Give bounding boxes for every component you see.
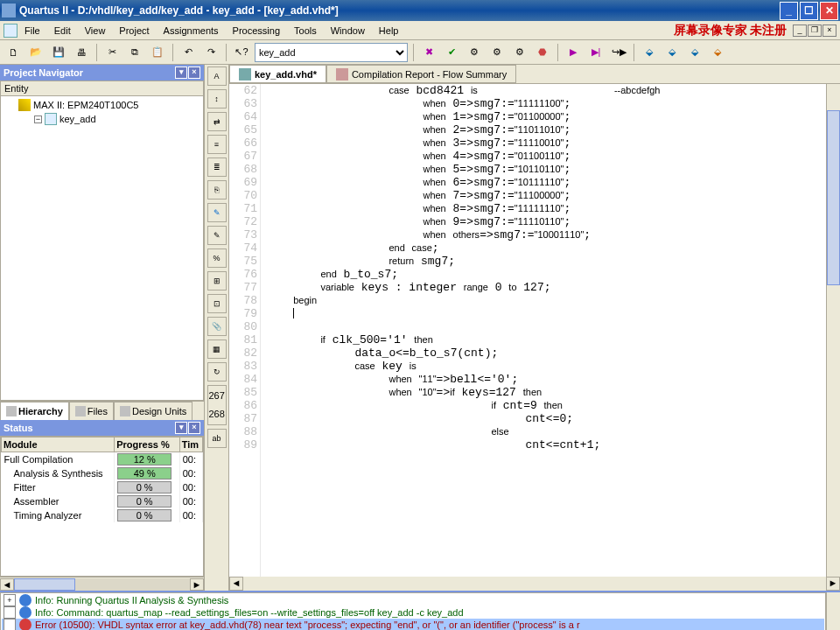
vtool-icon[interactable]: ⎘ xyxy=(207,180,227,200)
report-icon xyxy=(336,68,348,80)
cut-icon[interactable]: ✂ xyxy=(102,43,122,62)
gear2-icon[interactable]: ⚙ xyxy=(487,43,507,62)
gear1-icon[interactable]: ⚙ xyxy=(465,43,484,62)
vtool-icon[interactable]: ⊡ xyxy=(207,294,227,313)
editor-toolbar-vertical: A ↕ ⇄ ≡ ≣ ⎘ ✎ ✎ % ⊞ ⊡ 📎 ▦ ↻ 267268 ab xyxy=(205,65,229,591)
message-list[interactable]: +Info: Running Quartus II Analysis & Syn… xyxy=(0,592,826,630)
menu-edit[interactable]: Edit xyxy=(47,24,78,38)
chip3-icon[interactable]: ⬙ xyxy=(685,43,704,62)
x-tool-icon[interactable]: ✖ xyxy=(419,43,438,62)
vtool-icon[interactable]: ↻ xyxy=(207,362,227,382)
doc-close-button[interactable]: × xyxy=(822,24,836,37)
tree-device[interactable]: MAX II: EPM240T100C5 xyxy=(3,98,201,112)
collapse-icon[interactable]: − xyxy=(34,116,42,123)
navigator-tree[interactable]: Entity MAX II: EPM240T100C5 − key_add xyxy=(0,80,204,401)
maximize-button[interactable]: ☐ xyxy=(800,2,818,20)
vtool-icon[interactable]: ✎ xyxy=(207,226,227,245)
copy-icon[interactable]: ⧉ xyxy=(125,43,144,62)
vtool-icon[interactable]: ≡ xyxy=(207,135,227,154)
status-row[interactable]: Timing Analyzer0 %00: xyxy=(2,508,203,522)
menu-help[interactable]: Help xyxy=(372,24,406,38)
message-vscroll[interactable] xyxy=(826,592,840,630)
window-title: Quartus II - D:/vhdl/key_add/key_add - k… xyxy=(19,4,778,17)
editor-vscroll[interactable] xyxy=(826,84,840,577)
hscroll-left-icon[interactable]: ◄ xyxy=(229,577,243,591)
menu-view[interactable]: View xyxy=(78,24,113,38)
paste-icon[interactable]: 📋 xyxy=(148,43,167,62)
main-toolbar: 🗋 📂 💾 🖶 ✂ ⧉ 📋 ↶ ↷ ↖? key_add ✖ ✔ ⚙ ⚙ ⚙ ⬣… xyxy=(0,40,840,65)
print-icon[interactable]: 🖶 xyxy=(72,43,91,62)
message-line[interactable]: Info: Command: quartus_map --read_settin… xyxy=(2,606,824,619)
stop-sign-icon[interactable]: ⬣ xyxy=(533,43,552,62)
help-pointer-icon[interactable]: ↖? xyxy=(232,43,251,62)
message-line[interactable]: Error (10500): VHDL syntax error at key_… xyxy=(2,619,824,630)
editor-hscroll[interactable]: ◄ ► xyxy=(229,577,840,591)
doc-restore-button[interactable]: ❐ xyxy=(808,24,822,37)
chip4-icon[interactable]: ⬙ xyxy=(708,43,727,62)
step2-icon[interactable]: ↪▶ xyxy=(609,43,628,62)
code-editor[interactable]: 6263646566676869707172737475767778798081… xyxy=(229,84,840,577)
vtool-icon[interactable]: 📎 xyxy=(207,317,227,336)
vtool-ab-icon[interactable]: ab xyxy=(207,429,227,448)
new-file-icon[interactable]: 🗋 xyxy=(4,43,23,62)
nav-close-icon[interactable]: × xyxy=(188,66,200,79)
vtool-icon[interactable]: ⇄ xyxy=(207,112,227,131)
vscroll-thumb[interactable] xyxy=(827,110,840,285)
status-row[interactable]: Assembler0 %00: xyxy=(2,494,203,508)
editor-tab-active[interactable]: key_add.vhd* xyxy=(229,65,326,83)
vtool-icon[interactable]: ▦ xyxy=(207,340,227,359)
entity-header: Entity xyxy=(1,81,203,96)
doc-minimize-button[interactable]: _ xyxy=(793,24,807,37)
tab-files[interactable]: Files xyxy=(69,402,114,420)
close-button[interactable]: ✕ xyxy=(820,2,838,20)
status-close-icon[interactable]: × xyxy=(188,422,200,434)
menu-assignments[interactable]: Assignments xyxy=(157,24,226,38)
play-icon[interactable]: ▶ xyxy=(564,43,583,62)
scroll-left-icon[interactable]: ◄ xyxy=(0,578,14,591)
menu-window[interactable]: Window xyxy=(324,24,372,38)
expand-icon[interactable] xyxy=(4,619,16,630)
nav-dropdown-icon[interactable]: ▾ xyxy=(175,66,187,79)
menu-processing[interactable]: Processing xyxy=(226,24,287,38)
tab-design-units[interactable]: Design Units xyxy=(114,402,192,420)
menu-file[interactable]: File xyxy=(18,24,47,38)
step-icon[interactable]: ▶| xyxy=(586,43,606,62)
message-line[interactable]: +Info: Running Quartus II Analysis & Syn… xyxy=(2,594,824,606)
status-row[interactable]: Fitter0 %00: xyxy=(2,480,203,494)
code-body[interactable]: case bcd8421 is --abcdefgh when 0=>smg7:… xyxy=(261,84,826,577)
vtool-icon[interactable]: ↕ xyxy=(207,89,227,108)
check-icon[interactable]: ✔ xyxy=(442,43,461,62)
gear3-icon[interactable]: ⚙ xyxy=(510,43,529,62)
status-row[interactable]: Analysis & Synthesis49 %00: xyxy=(2,466,203,480)
vtool-icon[interactable]: ⊞ xyxy=(207,271,227,290)
scroll-thumb[interactable] xyxy=(14,578,75,591)
expand-icon[interactable]: + xyxy=(4,594,16,606)
vtool-icon[interactable]: ≣ xyxy=(207,158,227,177)
err-icon xyxy=(19,619,32,630)
menu-project[interactable]: Project xyxy=(112,24,156,38)
status-dropdown-icon[interactable]: ▾ xyxy=(175,422,187,434)
vtool-icon[interactable]: % xyxy=(207,248,227,268)
status-hscroll[interactable]: ◄ ► xyxy=(0,577,204,591)
vtool-icon[interactable]: ✎ xyxy=(207,203,227,222)
vtool-line-icon[interactable]: 267268 xyxy=(207,385,227,425)
editor-tab-report[interactable]: Compilation Report - Flow Summary xyxy=(326,65,516,83)
menu-tools[interactable]: Tools xyxy=(287,24,324,38)
save-icon[interactable]: 💾 xyxy=(49,43,68,62)
chip2-icon[interactable]: ⬙ xyxy=(662,43,682,62)
status-table[interactable]: Module Progress % Tim Full Compilation12… xyxy=(0,436,204,577)
hscroll-right-icon[interactable]: ► xyxy=(826,577,840,591)
status-row[interactable]: Full Compilation12 %00: xyxy=(2,452,203,467)
undo-icon[interactable]: ↶ xyxy=(178,43,198,62)
tree-entity[interactable]: − key_add xyxy=(3,112,201,126)
doc-icon xyxy=(4,24,18,38)
tab-hierarchy[interactable]: Hierarchy xyxy=(0,402,69,420)
open-file-icon[interactable]: 📂 xyxy=(26,43,46,62)
chip1-icon[interactable]: ⬙ xyxy=(640,43,659,62)
redo-icon[interactable]: ↷ xyxy=(201,43,220,62)
scroll-right-icon[interactable]: ► xyxy=(190,578,204,591)
project-select[interactable]: key_add xyxy=(255,43,408,62)
vtool-icon[interactable]: A xyxy=(207,66,227,86)
minimize-button[interactable]: _ xyxy=(780,2,798,20)
expand-icon[interactable] xyxy=(4,606,16,619)
